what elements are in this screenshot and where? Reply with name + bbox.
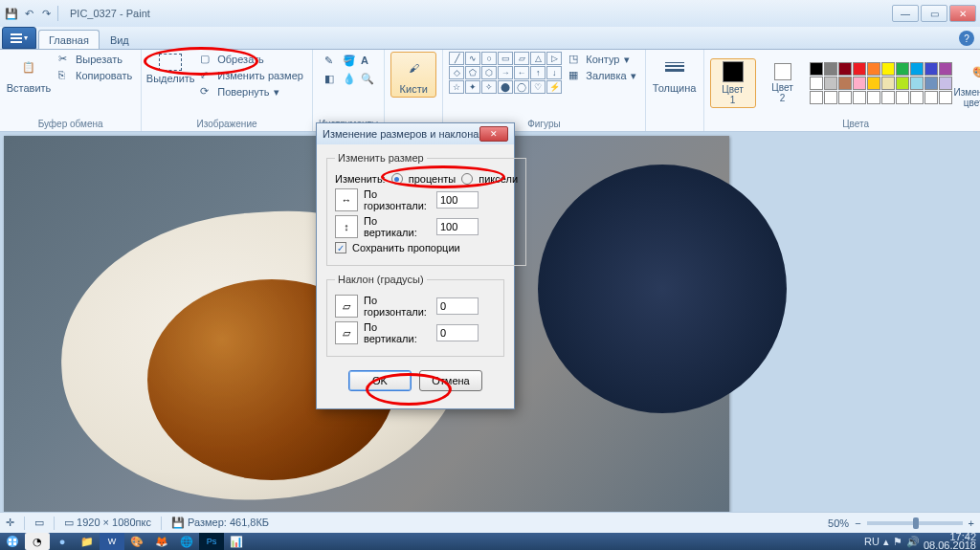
start-button[interactable] bbox=[0, 533, 25, 550]
custom-color-slot[interactable] bbox=[824, 91, 837, 104]
rotate-button[interactable]: ⟳Повернуть▾ bbox=[197, 84, 306, 99]
ok-button[interactable]: OK bbox=[348, 370, 412, 391]
tray-icon[interactable]: ⚑ bbox=[893, 536, 902, 548]
paste-button[interactable]: 📋 Вставить bbox=[6, 52, 52, 96]
pixels-radio[interactable] bbox=[461, 173, 473, 185]
select-button[interactable]: Выделить bbox=[147, 52, 193, 86]
color-swatch[interactable] bbox=[910, 77, 924, 90]
color-swatch[interactable] bbox=[924, 77, 938, 90]
quick-access-toolbar: 💾 ↶ ↷ bbox=[4, 6, 60, 21]
custom-color-slot[interactable] bbox=[910, 91, 924, 104]
color-swatch[interactable] bbox=[881, 77, 895, 90]
text-tool[interactable]: A bbox=[358, 52, 375, 69]
color-swatch[interactable] bbox=[867, 77, 880, 90]
tray-lang[interactable]: RU bbox=[864, 536, 880, 547]
thickness-button[interactable]: Толщина bbox=[652, 52, 698, 96]
color-swatch[interactable] bbox=[824, 77, 837, 90]
keep-ratio-checkbox[interactable]: ✓ bbox=[335, 242, 346, 253]
custom-color-slot[interactable] bbox=[810, 91, 823, 104]
color-swatch[interactable] bbox=[867, 62, 880, 76]
taskbar-app[interactable]: W bbox=[100, 533, 124, 550]
fill-tool[interactable]: 🪣 bbox=[340, 52, 357, 69]
pencil-tool[interactable]: ✎ bbox=[322, 52, 339, 69]
tray-icon[interactable]: ▴ bbox=[883, 536, 889, 548]
custom-color-slot[interactable] bbox=[939, 91, 952, 104]
tab-view[interactable]: Вид bbox=[100, 30, 140, 49]
windows-taskbar[interactable]: ◔ ● 📁 W 🎨 🦊 🌐 Ps 📊 RU ▴ ⚑ 🔊 17:42 08.06.… bbox=[0, 533, 980, 550]
fill-icon: ▦ bbox=[568, 69, 582, 82]
zoom-tool[interactable]: 🔍 bbox=[358, 70, 375, 87]
color-swatch[interactable] bbox=[939, 77, 952, 90]
undo-icon[interactable]: ↶ bbox=[21, 6, 36, 21]
zoom-in-button[interactable]: + bbox=[969, 517, 974, 529]
zoom-out-button[interactable]: − bbox=[855, 517, 860, 529]
color-swatch[interactable] bbox=[824, 62, 837, 76]
crop-icon: ▢ bbox=[200, 53, 213, 66]
color-swatch[interactable] bbox=[838, 77, 852, 90]
tray-icon[interactable]: 🔊 bbox=[906, 536, 920, 548]
color-swatch[interactable] bbox=[896, 62, 909, 76]
color-swatch[interactable] bbox=[881, 62, 895, 76]
skew-v-input[interactable] bbox=[436, 324, 479, 341]
cut-button[interactable]: ✂Вырезать bbox=[56, 52, 135, 67]
color-swatch[interactable] bbox=[939, 62, 952, 76]
color-swatch[interactable] bbox=[838, 62, 852, 76]
eraser-tool[interactable]: ◧ bbox=[322, 70, 339, 87]
custom-color-slot[interactable] bbox=[853, 91, 866, 104]
custom-color-slot[interactable] bbox=[838, 91, 852, 104]
color-palette[interactable] bbox=[810, 62, 952, 104]
minimize-button[interactable]: — bbox=[892, 5, 919, 22]
color-swatch[interactable] bbox=[853, 62, 866, 76]
help-button[interactable]: ? bbox=[959, 31, 974, 46]
close-button[interactable]: ✕ bbox=[949, 5, 976, 22]
shapes-gallery[interactable]: ╱∿○▭▱△▷ ◇⬠⬡→←↑↓ ☆✦✧⬤◯♡⚡ bbox=[449, 52, 562, 94]
custom-color-slot[interactable] bbox=[896, 91, 909, 104]
skew-fieldset: Наклон (градусы) ▱ По горизонтали: ▱ По … bbox=[326, 274, 504, 357]
custom-color-slot[interactable] bbox=[867, 91, 880, 104]
status-bar: ✛ ▭ ▭ 1920 × 1080пкс 💾 Размер: 461,8КБ 5… bbox=[0, 512, 980, 533]
color-swatch[interactable] bbox=[896, 77, 909, 90]
brushes-button[interactable]: 🖌 Кисти bbox=[390, 52, 436, 98]
copy-button[interactable]: ⎘Копировать bbox=[56, 68, 135, 83]
taskbar-app[interactable]: ◔ bbox=[25, 533, 50, 550]
group-label: Изображение bbox=[197, 118, 257, 131]
taskbar-app[interactable]: 📊 bbox=[224, 533, 249, 550]
shape-outline-button[interactable]: ◳Контур▾ bbox=[566, 52, 638, 67]
rotate-icon: ⟳ bbox=[200, 85, 213, 99]
color1-button[interactable]: Цвет 1 bbox=[710, 58, 756, 108]
crop-button[interactable]: ▢Обрезать bbox=[197, 52, 306, 67]
custom-color-slot[interactable] bbox=[881, 91, 895, 104]
redo-icon[interactable]: ↷ bbox=[38, 6, 54, 21]
taskbar-app[interactable]: ● bbox=[50, 533, 75, 550]
resize-button[interactable]: ⤢Изменить размер bbox=[197, 68, 306, 83]
percent-radio[interactable] bbox=[391, 173, 403, 185]
taskbar-app[interactable]: 🦊 bbox=[149, 533, 174, 550]
color-swatch[interactable] bbox=[910, 62, 924, 76]
save-icon[interactable]: 💾 bbox=[4, 6, 19, 21]
tab-main[interactable]: Главная bbox=[38, 30, 100, 49]
edit-colors-button[interactable]: 🎨 Изменение цветов bbox=[956, 56, 980, 110]
taskbar-app[interactable]: 📁 bbox=[75, 533, 100, 550]
taskbar-app[interactable]: 🎨 bbox=[124, 533, 149, 550]
group-clipboard: 📋 Вставить ✂Вырезать ⎘Копировать Буфер о… bbox=[0, 50, 142, 131]
horiz-value-input[interactable] bbox=[436, 191, 479, 209]
maximize-button[interactable]: ▭ bbox=[921, 5, 947, 22]
color2-button[interactable]: Цвет 2 bbox=[760, 61, 806, 105]
vert-value-input[interactable] bbox=[436, 218, 479, 235]
color-swatch[interactable] bbox=[924, 62, 938, 76]
custom-color-slot[interactable] bbox=[924, 91, 938, 104]
file-menu-button[interactable]: ▾ bbox=[2, 27, 36, 49]
ribbon: 📋 Вставить ✂Вырезать ⎘Копировать Буфер о… bbox=[0, 50, 980, 132]
taskbar-app[interactable]: 🌐 bbox=[174, 533, 199, 550]
shape-fill-button[interactable]: ▦Заливка▾ bbox=[566, 68, 638, 83]
cancel-button[interactable]: Отмена bbox=[419, 370, 482, 391]
color-swatch[interactable] bbox=[810, 62, 823, 76]
color-swatch[interactable] bbox=[810, 77, 823, 90]
zoom-slider[interactable] bbox=[867, 521, 963, 525]
color-swatch[interactable] bbox=[853, 77, 866, 90]
dialog-close-button[interactable]: ✕ bbox=[479, 126, 508, 142]
taskbar-app[interactable]: Ps bbox=[199, 533, 224, 550]
skew-h-input[interactable] bbox=[436, 297, 479, 315]
picker-tool[interactable]: 💧 bbox=[340, 70, 357, 87]
dialog-titlebar[interactable]: Изменение размеров и наклона ✕ bbox=[317, 123, 514, 144]
